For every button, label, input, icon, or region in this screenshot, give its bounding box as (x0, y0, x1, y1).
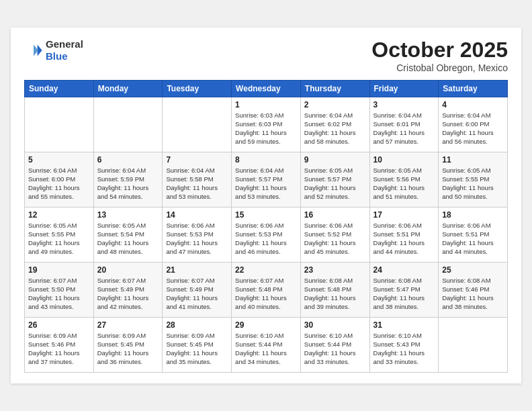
day-number: 26 (28, 320, 90, 330)
day-info: Sunrise: 6:05 AMSunset: 5:57 PMDaylight:… (304, 166, 366, 201)
day-number: 5 (28, 155, 90, 165)
day-number: 16 (304, 210, 366, 220)
weekday-header-friday: Friday (369, 80, 439, 97)
day-number: 20 (97, 265, 159, 275)
day-number: 1 (235, 100, 297, 109)
day-info: Sunrise: 6:05 AMSunset: 5:56 PMDaylight:… (373, 166, 435, 201)
calendar-cell (163, 97, 232, 152)
calendar-cell: 5Sunrise: 6:04 AMSunset: 6:00 PMDaylight… (25, 152, 94, 207)
day-info: Sunrise: 6:10 AMSunset: 5:43 PMDaylight:… (373, 331, 435, 367)
day-number: 19 (28, 265, 90, 275)
day-info: Sunrise: 6:05 AMSunset: 5:55 PMDaylight:… (442, 166, 504, 201)
day-info: Sunrise: 6:07 AMSunset: 5:50 PMDaylight:… (28, 276, 90, 312)
logo-blue: Blue (46, 50, 68, 62)
location-subtitle: Cristobal Obregon, Mexico (371, 62, 508, 73)
calendar-cell: 3Sunrise: 6:04 AMSunset: 6:01 PMDaylight… (369, 97, 439, 152)
day-info: Sunrise: 6:08 AMSunset: 5:48 PMDaylight:… (304, 276, 366, 312)
day-info: Sunrise: 6:07 AMSunset: 5:49 PMDaylight:… (166, 276, 228, 312)
day-info: Sunrise: 6:04 AMSunset: 5:59 PMDaylight:… (97, 166, 159, 201)
day-number: 14 (166, 210, 228, 220)
day-info: Sunrise: 6:09 AMSunset: 5:45 PMDaylight:… (166, 331, 228, 367)
day-info: Sunrise: 6:04 AMSunset: 6:02 PMDaylight:… (304, 111, 366, 146)
day-number: 27 (97, 320, 159, 330)
day-number: 31 (373, 320, 435, 330)
day-number: 24 (373, 265, 435, 275)
day-info: Sunrise: 6:10 AMSunset: 5:44 PMDaylight:… (304, 331, 366, 367)
calendar-table: SundayMondayTuesdayWednesdayThursdayFrid… (24, 80, 508, 373)
calendar-cell: 26Sunrise: 6:09 AMSunset: 5:46 PMDayligh… (25, 317, 94, 372)
day-info: Sunrise: 6:03 AMSunset: 6:03 PMDaylight:… (235, 111, 297, 146)
day-number: 8 (235, 155, 297, 165)
day-number: 21 (166, 265, 228, 275)
calendar-header: SundayMondayTuesdayWednesdayThursdayFrid… (25, 80, 508, 97)
logo-general: General (46, 38, 83, 50)
calendar-cell: 23Sunrise: 6:08 AMSunset: 5:48 PMDayligh… (300, 262, 369, 317)
calendar-cell: 29Sunrise: 6:10 AMSunset: 5:44 PMDayligh… (232, 317, 301, 372)
day-number: 28 (166, 320, 228, 330)
calendar-cell: 24Sunrise: 6:08 AMSunset: 5:47 PMDayligh… (369, 262, 439, 317)
day-number: 6 (97, 155, 159, 165)
calendar-cell: 16Sunrise: 6:06 AMSunset: 5:52 PMDayligh… (300, 207, 369, 262)
calendar-cell: 20Sunrise: 6:07 AMSunset: 5:49 PMDayligh… (93, 262, 163, 317)
day-number: 3 (373, 100, 435, 109)
day-info: Sunrise: 6:04 AMSunset: 6:01 PMDaylight:… (373, 111, 435, 146)
day-info: Sunrise: 6:08 AMSunset: 5:46 PMDaylight:… (442, 276, 504, 312)
calendar-cell: 21Sunrise: 6:07 AMSunset: 5:49 PMDayligh… (163, 262, 232, 317)
calendar-cell: 12Sunrise: 6:05 AMSunset: 5:55 PMDayligh… (25, 207, 94, 262)
calendar-cell: 13Sunrise: 6:05 AMSunset: 5:54 PMDayligh… (93, 207, 163, 262)
day-info: Sunrise: 6:05 AMSunset: 5:54 PMDaylight:… (97, 221, 159, 257)
weekday-header-row: SundayMondayTuesdayWednesdayThursdayFrid… (25, 80, 508, 97)
day-info: Sunrise: 6:09 AMSunset: 5:46 PMDaylight:… (28, 331, 90, 367)
day-number: 12 (28, 210, 90, 220)
weekday-header-monday: Monday (93, 80, 163, 97)
day-info: Sunrise: 6:04 AMSunset: 6:00 PMDaylight:… (28, 166, 90, 201)
calendar-cell: 2Sunrise: 6:04 AMSunset: 6:02 PMDaylight… (300, 97, 369, 152)
calendar-cell (93, 97, 163, 152)
calendar-cell: 14Sunrise: 6:06 AMSunset: 5:53 PMDayligh… (163, 207, 232, 262)
weekday-header-tuesday: Tuesday (163, 80, 232, 97)
calendar-cell: 30Sunrise: 6:10 AMSunset: 5:44 PMDayligh… (300, 317, 369, 372)
day-info: Sunrise: 6:04 AMSunset: 6:00 PMDaylight:… (442, 111, 504, 146)
week-row-1: 1Sunrise: 6:03 AMSunset: 6:03 PMDaylight… (25, 97, 508, 152)
day-info: Sunrise: 6:10 AMSunset: 5:44 PMDaylight:… (235, 331, 297, 367)
calendar-cell: 25Sunrise: 6:08 AMSunset: 5:46 PMDayligh… (439, 262, 508, 317)
day-info: Sunrise: 6:04 AMSunset: 5:58 PMDaylight:… (166, 166, 228, 201)
week-row-5: 26Sunrise: 6:09 AMSunset: 5:46 PMDayligh… (25, 317, 508, 372)
calendar-cell: 19Sunrise: 6:07 AMSunset: 5:50 PMDayligh… (25, 262, 94, 317)
day-number: 2 (304, 100, 366, 109)
day-number: 18 (442, 210, 504, 220)
calendar-cell: 22Sunrise: 6:07 AMSunset: 5:48 PMDayligh… (232, 262, 301, 317)
day-info: Sunrise: 6:06 AMSunset: 5:53 PMDaylight:… (166, 221, 228, 257)
calendar-cell: 9Sunrise: 6:05 AMSunset: 5:57 PMDaylight… (300, 152, 369, 207)
day-info: Sunrise: 6:07 AMSunset: 5:49 PMDaylight:… (97, 276, 159, 312)
day-number: 7 (166, 155, 228, 165)
calendar-cell: 6Sunrise: 6:04 AMSunset: 5:59 PMDaylight… (93, 152, 163, 207)
day-info: Sunrise: 6:08 AMSunset: 5:47 PMDaylight:… (373, 276, 435, 312)
calendar-cell: 28Sunrise: 6:09 AMSunset: 5:45 PMDayligh… (163, 317, 232, 372)
day-number: 17 (373, 210, 435, 220)
day-number: 22 (235, 265, 297, 275)
day-number: 23 (304, 265, 366, 275)
day-info: Sunrise: 6:09 AMSunset: 5:45 PMDaylight:… (97, 331, 159, 367)
weekday-header-wednesday: Wednesday (232, 80, 301, 97)
weekday-header-thursday: Thursday (300, 80, 369, 97)
day-number: 10 (373, 155, 435, 165)
calendar-cell: 11Sunrise: 6:05 AMSunset: 5:55 PMDayligh… (439, 152, 508, 207)
calendar-cell: 17Sunrise: 6:06 AMSunset: 5:51 PMDayligh… (369, 207, 439, 262)
calendar-cell: 1Sunrise: 6:03 AMSunset: 6:03 PMDaylight… (232, 97, 301, 152)
day-number: 9 (304, 155, 366, 165)
week-row-4: 19Sunrise: 6:07 AMSunset: 5:50 PMDayligh… (25, 262, 508, 317)
day-info: Sunrise: 6:07 AMSunset: 5:48 PMDaylight:… (235, 276, 297, 312)
calendar-cell: 31Sunrise: 6:10 AMSunset: 5:43 PMDayligh… (369, 317, 439, 372)
month-title: October 2025 (371, 38, 508, 62)
calendar-cell (439, 317, 508, 372)
logo-text: General Blue (46, 38, 83, 62)
header: General Blue October 2025 Cristobal Obre… (24, 38, 508, 73)
weekday-header-saturday: Saturday (439, 80, 508, 97)
day-info: Sunrise: 6:05 AMSunset: 5:55 PMDaylight:… (28, 221, 90, 257)
day-number: 13 (97, 210, 159, 220)
calendar-cell (25, 97, 94, 152)
day-info: Sunrise: 6:04 AMSunset: 5:57 PMDaylight:… (235, 166, 297, 201)
calendar-cell: 27Sunrise: 6:09 AMSunset: 5:45 PMDayligh… (93, 317, 163, 372)
calendar-cell: 18Sunrise: 6:06 AMSunset: 5:51 PMDayligh… (439, 207, 508, 262)
